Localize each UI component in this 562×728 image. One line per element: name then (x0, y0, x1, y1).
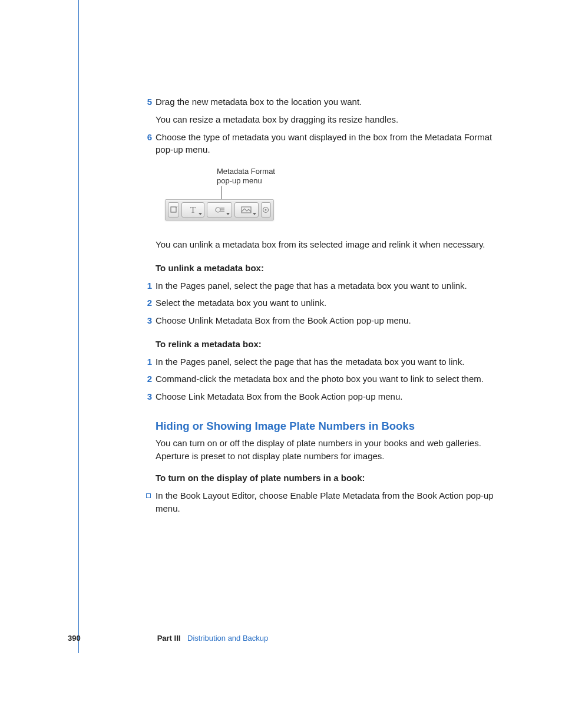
text-format-button[interactable]: T (181, 202, 204, 218)
step-number: 1 (145, 355, 152, 368)
step-number: 1 (145, 279, 152, 292)
step-text: Command-click the metadata box and the p… (156, 373, 496, 386)
t-icon: T (190, 206, 196, 215)
vertical-rule (78, 0, 79, 653)
step-text: Choose Link Metadata Box from the Book A… (156, 390, 496, 403)
add-box-icon (170, 206, 178, 214)
unlink-intro: You can unlink a metadata box from its s… (156, 238, 496, 251)
page-number: 390 (68, 633, 155, 644)
figure-callout: Metadata Format pop-up menu (217, 167, 496, 185)
plate-bullet: In the Book Layout Editor, choose Enable… (156, 489, 496, 515)
relink-step-2: 2 Command-click the metadata box and the… (156, 373, 496, 386)
relink-step-3: 3 Choose Link Metadata Box from the Book… (156, 390, 496, 403)
add-metadata-button[interactable] (168, 202, 179, 218)
step-number: 3 (145, 314, 152, 327)
figure-metadata-popup: Metadata Format pop-up menu T (165, 167, 496, 220)
image-icon (241, 206, 252, 213)
content-column: 5 Drag the new metadata box to the locat… (156, 95, 496, 515)
section-para: You can turn on or off the display of pl… (156, 437, 496, 463)
step-6: 6 Choose the type of metadata you want d… (156, 131, 496, 157)
bullet-text: In the Book Layout Editor, choose Enable… (156, 490, 494, 513)
step-number: 2 (145, 297, 152, 309)
step-number: 2 (145, 373, 152, 386)
svg-point-2 (216, 207, 220, 212)
photo-frame-button[interactable] (234, 202, 259, 218)
step-5: 5 Drag the new metadata box to the locat… (156, 95, 496, 108)
callout-leader-line (222, 186, 222, 199)
unlink-step-2: 2 Select the metadata box you want to un… (156, 297, 496, 309)
metadata-icon (214, 206, 225, 213)
step-text: Select the metadata box you want to unli… (156, 297, 496, 309)
heading-plate: To turn on the display of plate numbers … (156, 472, 496, 485)
step-text: Choose the type of metadata you want dis… (156, 131, 496, 157)
step-text: Choose Unlink Metadata Box from the Book… (156, 314, 496, 327)
step-number: 3 (145, 390, 152, 403)
footer-chapter: Distribution and Backup (187, 634, 268, 643)
footer-part: Part III (157, 634, 181, 643)
svg-rect-0 (171, 207, 176, 212)
step-number: 6 (145, 131, 152, 144)
filter-icon (262, 206, 269, 213)
callout-line2: pop-up menu (217, 176, 262, 185)
heading-unlink: To unlink a metadata box: (156, 262, 496, 275)
chevron-down-icon (226, 213, 230, 215)
step-number: 5 (145, 95, 152, 108)
step-5-note: You can resize a metadata box by draggin… (156, 113, 496, 126)
chevron-down-icon (199, 213, 202, 215)
step-text: In the Pages panel, select the page that… (156, 279, 496, 292)
bullet-icon (146, 493, 151, 498)
footer: 390 Part III Distribution and Backup (68, 633, 492, 644)
section-heading: Hiding or Showing Image Plate Numbers in… (156, 419, 496, 434)
toolbar: T (165, 199, 274, 220)
metadata-format-button[interactable] (207, 202, 232, 218)
callout-line1: Metadata Format (217, 167, 275, 176)
heading-relink: To relink a metadata box: (156, 338, 496, 351)
step-text: Drag the new metadata box to the locatio… (156, 95, 496, 108)
filter-button[interactable] (261, 202, 271, 218)
unlink-step-1: 1 In the Pages panel, select the page th… (156, 279, 496, 292)
chevron-down-icon (253, 213, 256, 215)
relink-step-1: 1 In the Pages panel, select the page th… (156, 355, 496, 368)
step-text: In the Pages panel, select the page that… (156, 355, 496, 368)
unlink-step-3: 3 Choose Unlink Metadata Box from the Bo… (156, 314, 496, 327)
svg-point-8 (265, 209, 267, 211)
